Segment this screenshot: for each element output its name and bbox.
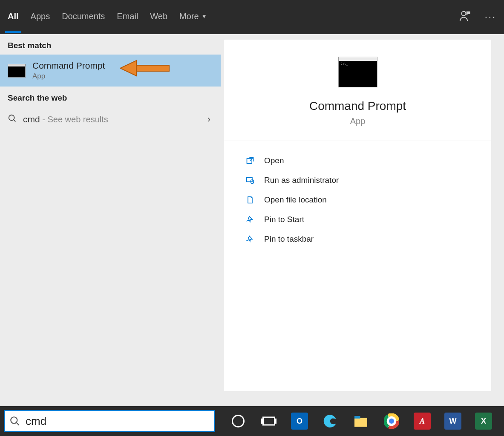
best-match-header: Best match <box>0 34 221 55</box>
annotation-arrow-icon <box>120 60 170 78</box>
svg-point-0 <box>461 12 466 16</box>
svg-rect-8 <box>263 417 275 425</box>
topbar-right: ··· <box>458 10 496 24</box>
ellipsis-icon[interactable]: ··· <box>485 12 496 23</box>
search-icon <box>9 416 20 427</box>
search-input[interactable]: cmd <box>4 410 215 432</box>
chevron-right-icon: › <box>207 114 213 125</box>
search-icon <box>8 114 17 125</box>
results-panel: Best match Command Prompt App Search the… <box>0 34 221 406</box>
pin-icon <box>245 215 255 224</box>
adobe-reader-icon[interactable]: A <box>413 412 432 430</box>
file-explorer-icon[interactable] <box>351 412 370 430</box>
svg-point-6 <box>11 417 17 423</box>
result-title: Command Prompt <box>32 61 105 71</box>
pin-icon <box>245 235 255 243</box>
svg-point-7 <box>233 416 244 427</box>
action-label: Open file location <box>264 195 327 205</box>
web-result-cmd[interactable]: cmd - See web results › <box>0 107 221 132</box>
svg-rect-9 <box>354 418 367 427</box>
web-suffix: - See web results <box>40 115 108 124</box>
actions-list: Open Run as administrator Open file loca… <box>224 141 491 259</box>
action-pin-taskbar[interactable]: Pin to taskbar <box>245 231 470 248</box>
web-query: cmd <box>23 114 40 124</box>
admin-shield-icon <box>245 176 255 185</box>
outlook-icon[interactable]: O <box>290 412 309 430</box>
tab-apps[interactable]: Apps <box>31 0 50 34</box>
result-type: App <box>32 72 105 81</box>
preview-panel: Command Prompt App Open Run as administr… <box>224 40 491 391</box>
action-pin-start[interactable]: Pin to Start <box>245 211 470 228</box>
edge-icon[interactable] <box>321 412 340 430</box>
caret-down-icon: ▼ <box>202 13 207 20</box>
action-label: Run as administrator <box>264 176 339 185</box>
action-open[interactable]: Open <box>245 152 470 169</box>
action-label: Pin to Start <box>264 215 304 224</box>
open-icon <box>245 156 255 165</box>
chrome-icon[interactable] <box>382 412 401 430</box>
folder-location-icon <box>245 196 255 204</box>
command-prompt-icon <box>338 57 377 87</box>
tab-web[interactable]: Web <box>150 0 167 34</box>
tab-all[interactable]: All <box>8 0 19 34</box>
tab-more[interactable]: More ▼ <box>179 0 207 34</box>
result-command-prompt[interactable]: Command Prompt App <box>0 55 221 87</box>
cortana-icon[interactable] <box>229 412 248 430</box>
svg-marker-2 <box>120 61 136 76</box>
svg-point-15 <box>389 419 394 424</box>
search-value: cmd <box>26 415 46 428</box>
search-web-header: Search the web <box>0 87 221 107</box>
preview-type: App <box>350 116 366 126</box>
action-run-admin[interactable]: Run as administrator <box>245 172 470 189</box>
svg-point-3 <box>9 115 14 121</box>
action-label: Pin to taskbar <box>264 234 314 244</box>
tab-email[interactable]: Email <box>117 0 138 34</box>
web-query-text: cmd - See web results <box>23 114 108 124</box>
main-content: Best match Command Prompt App Search the… <box>0 34 504 406</box>
tab-more-label: More <box>179 12 199 21</box>
action-label: Open <box>264 156 284 165</box>
svg-rect-1 <box>135 65 170 71</box>
tab-documents[interactable]: Documents <box>62 0 105 34</box>
svg-rect-5 <box>247 177 252 182</box>
preview-title: Command Prompt <box>309 99 406 113</box>
taskbar: cmd O A W X <box>0 406 504 436</box>
preview-column: Command Prompt App Open Run as administr… <box>221 34 504 406</box>
preview-header: Command Prompt App <box>224 40 491 141</box>
taskbar-icons: O A W X <box>229 412 493 430</box>
feedback-person-icon[interactable] <box>458 10 471 24</box>
svg-rect-10 <box>354 416 360 419</box>
task-view-icon[interactable] <box>259 412 278 430</box>
result-text: Command Prompt App <box>32 61 105 81</box>
word-icon[interactable]: W <box>444 412 462 430</box>
tabs-container: All Apps Documents Email Web More ▼ <box>8 0 207 34</box>
filter-tab-bar: All Apps Documents Email Web More ▼ ··· <box>0 0 504 34</box>
action-open-location[interactable]: Open file location <box>245 191 470 208</box>
excel-icon[interactable]: X <box>474 412 493 430</box>
command-prompt-icon <box>8 64 26 78</box>
